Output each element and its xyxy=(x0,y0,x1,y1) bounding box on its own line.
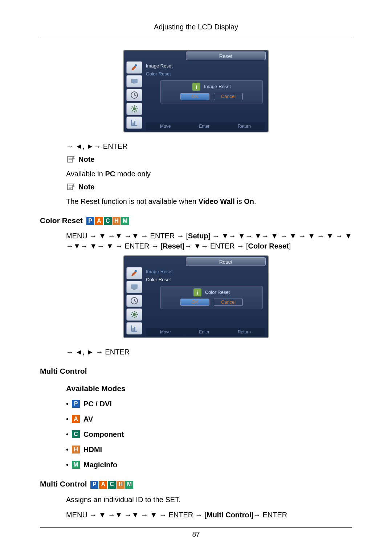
mode-label-component: Component xyxy=(83,429,124,439)
mode-chip-c-icon: C xyxy=(104,217,112,225)
svg-rect-8 xyxy=(131,284,138,289)
bullet-icon: • xyxy=(66,460,68,470)
osd-sidebar xyxy=(126,61,144,129)
heading-multi-control: Multi Control xyxy=(40,366,352,376)
svg-rect-6 xyxy=(134,121,135,126)
nav-sequence-1: → ◄, ►→ ENTER xyxy=(66,141,352,151)
osd-tab-title: Reset xyxy=(186,52,266,60)
note-label: Note xyxy=(78,154,94,164)
osd-ok-button: OK xyxy=(180,93,209,100)
list-item: • H HDMI xyxy=(66,444,352,455)
osd-footer-move: Move xyxy=(160,329,171,335)
mode-chip-p-icon: P xyxy=(72,400,80,408)
osd-sidebar xyxy=(126,267,144,335)
mode-chip-h-icon: H xyxy=(117,481,124,489)
mode-chips: P A C H M xyxy=(90,481,133,489)
osd-dialog-title-text: Color Reset xyxy=(205,289,230,296)
list-item: • C Component xyxy=(66,429,352,439)
note-text-video-wall: The Reset function is not available when… xyxy=(66,196,352,206)
mode-chip-c-icon: C xyxy=(72,430,80,438)
menu-path-color-reset: MENU → ▼ →▼ →▼ → ENTER → [Setup] → ▼→ ▼→… xyxy=(66,231,352,251)
osd-cancel-button: Cancel xyxy=(214,93,243,100)
mode-chips: P A C H M xyxy=(86,217,129,225)
mode-label-av: AV xyxy=(83,414,93,424)
osd-footer-return: Return xyxy=(238,329,251,335)
mode-chip-h-icon: H xyxy=(113,217,121,225)
chart-icon xyxy=(126,116,142,129)
list-item: • M MagicInfo xyxy=(66,460,352,470)
mode-chip-m-icon: M xyxy=(72,461,80,469)
screen-icon xyxy=(126,75,142,87)
osd-screenshot-color-reset: Reset Image Reset Color Reset i Color Re… xyxy=(123,255,269,338)
svg-rect-2 xyxy=(133,83,135,84)
mode-chip-a-icon: A xyxy=(72,415,80,423)
nav-sequence-2: → ◄, ► → ENTER xyxy=(66,347,352,357)
osd-menu: Image Reset Color Reset xyxy=(146,268,173,284)
mode-label-pc-dvi: PC / DVI xyxy=(83,399,112,409)
mode-label-magicinfo: MagicInfo xyxy=(83,460,117,470)
subheading-available-modes: Available Modes xyxy=(66,383,352,394)
bullet-icon: • xyxy=(66,399,68,409)
heading-multi-control-2: Multi Control P A C H M xyxy=(40,479,352,489)
osd-footer-enter: Enter xyxy=(199,123,209,130)
screen-icon xyxy=(126,281,142,293)
osd-menu: Image Reset Color Reset xyxy=(146,62,173,78)
svg-rect-13 xyxy=(134,327,135,331)
mode-label-hdmi: HDMI xyxy=(83,444,102,455)
info-icon: i xyxy=(193,288,201,296)
svg-rect-9 xyxy=(133,289,135,290)
info-icon: i xyxy=(192,83,200,91)
note-text-pc-mode: Available in PC mode only xyxy=(66,169,352,179)
page-number: 87 xyxy=(192,530,200,538)
svg-rect-12 xyxy=(132,328,134,331)
mode-chip-p-icon: P xyxy=(86,217,94,225)
list-item: • P PC / DVI xyxy=(66,399,352,409)
note-label: Note xyxy=(78,182,94,192)
page-header-title: Adjusting the LCD Display xyxy=(40,22,352,35)
gear-icon xyxy=(126,103,142,115)
brush-icon xyxy=(126,267,142,279)
osd-ok-button: OK xyxy=(180,299,209,306)
mode-chip-c-icon: C xyxy=(108,481,116,489)
svg-rect-1 xyxy=(131,79,138,83)
list-item: • A AV xyxy=(66,414,352,424)
available-modes-list: • P PC / DVI • A AV • C Component • H HD… xyxy=(66,399,352,470)
osd-footer: Move Enter Return xyxy=(146,122,265,130)
osd-menu-item-image-reset: Image Reset xyxy=(146,62,173,70)
mode-chip-a-icon: A xyxy=(95,217,103,225)
osd-footer-move: Move xyxy=(160,123,171,130)
bullet-icon: • xyxy=(66,429,68,439)
osd-dialog-title-text: Image Reset xyxy=(204,83,231,90)
note-icon xyxy=(66,183,76,191)
brush-icon xyxy=(126,61,142,74)
gear-icon xyxy=(126,308,142,321)
osd-footer-enter: Enter xyxy=(199,329,209,335)
heading-color-reset: Color Reset P A C H M xyxy=(40,215,352,226)
osd-menu-item-color-reset: Color Reset xyxy=(146,276,173,284)
svg-rect-5 xyxy=(132,123,134,126)
bullet-icon: • xyxy=(66,414,68,424)
svg-point-4 xyxy=(133,107,136,110)
mode-chip-m-icon: M xyxy=(121,217,129,225)
multi-control-description: Assigns an individual ID to the SET. xyxy=(66,495,352,505)
osd-dialog: i Image Reset OK Cancel xyxy=(160,80,263,103)
osd-menu-item-image-reset: Image Reset xyxy=(146,268,173,276)
mode-chip-m-icon: M xyxy=(125,481,133,489)
svg-point-7 xyxy=(135,270,137,272)
svg-point-0 xyxy=(135,64,137,66)
mode-chip-h-icon: H xyxy=(72,446,80,454)
osd-footer: Move Enter Return xyxy=(146,328,265,336)
mode-chip-p-icon: P xyxy=(90,481,98,489)
note-icon xyxy=(66,155,76,163)
osd-dialog: i Color Reset OK Cancel xyxy=(160,286,263,309)
clock-icon xyxy=(126,295,142,307)
mode-chip-a-icon: A xyxy=(99,481,107,489)
osd-menu-item-color-reset: Color Reset xyxy=(146,70,173,78)
page-footer: 87 xyxy=(40,527,352,539)
osd-tab-title: Reset xyxy=(186,257,266,266)
menu-path-multi-control: MENU → ▼ →▼ →▼ → ▼ → ENTER → [Multi Cont… xyxy=(66,510,352,520)
osd-cancel-button: Cancel xyxy=(214,299,243,306)
bullet-icon: • xyxy=(66,444,68,455)
chart-icon xyxy=(126,322,142,335)
document-page: Adjusting the LCD Display Reset Image Re… xyxy=(0,0,392,554)
